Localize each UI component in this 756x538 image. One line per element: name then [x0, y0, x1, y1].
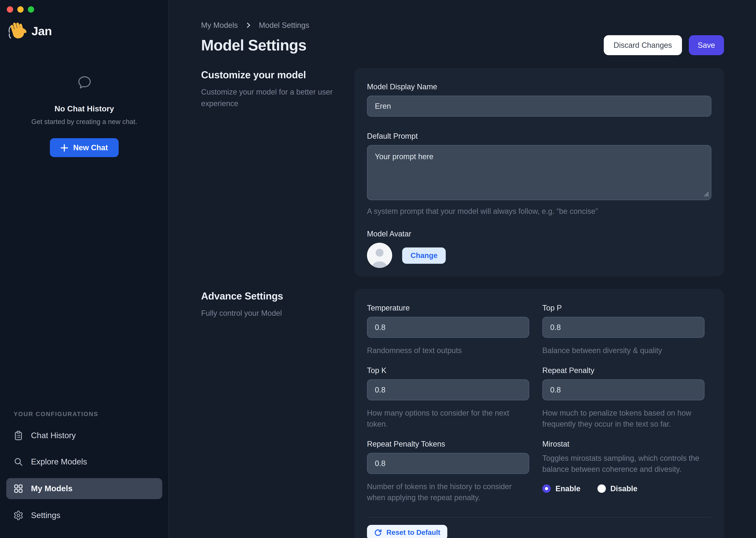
minimize-window-button[interactable]	[17, 6, 24, 13]
chevron-right-icon	[245, 22, 252, 29]
chat-empty-state: No Chat History Get started by creating …	[0, 75, 168, 157]
repeat-penalty-tokens-label: Repeat Penalty Tokens	[367, 440, 529, 448]
empty-state-subtitle: Get started by creating a new chat.	[0, 118, 168, 126]
clipboard-icon	[13, 430, 24, 441]
breadcrumb-my-models[interactable]: My Models	[201, 21, 238, 29]
sidebar-item-label: My Models	[31, 484, 72, 493]
mirostat-enable-radio[interactable]: Enable	[542, 484, 581, 493]
radio-button-icon[interactable]	[542, 484, 551, 493]
search-icon	[13, 457, 24, 467]
configurations-section-label: YOUR CONFIGURATIONS	[14, 411, 162, 417]
sidebar-item-my-models[interactable]: My Models	[6, 478, 162, 499]
empty-state-title: No Chat History	[0, 104, 168, 113]
model-display-name-input[interactable]	[367, 96, 711, 117]
top-k-label: Top K	[367, 366, 529, 375]
customize-section: Customize your model Customize your mode…	[201, 68, 724, 276]
app-name: Jan	[31, 24, 52, 38]
save-button[interactable]: Save	[689, 35, 724, 55]
top-p-helper: Balance between diversity & quality	[542, 345, 705, 356]
default-prompt-textarea[interactable]: Your prompt here	[367, 145, 711, 200]
default-prompt-helper: A system prompt that your model will alw…	[367, 206, 711, 217]
main-content: My Models Model Settings Model Settings …	[169, 0, 756, 538]
repeat-penalty-input[interactable]	[542, 379, 705, 400]
mirostat-disable-label: Disable	[610, 484, 638, 493]
sidebar-item-label: Settings	[31, 511, 60, 520]
sidebar-item-settings[interactable]: Settings	[6, 506, 162, 525]
default-prompt-label: Default Prompt	[367, 132, 711, 140]
mirostat-description: Toggles mirostats sampling, which contro…	[542, 453, 705, 475]
advance-card: Temperature Randomness of text outputs T…	[354, 289, 724, 538]
advance-section: Advance Settings Fully control your Mode…	[201, 289, 724, 538]
top-p-input[interactable]	[542, 317, 705, 338]
radio-button-icon[interactable]	[597, 484, 606, 493]
gear-icon	[13, 510, 24, 521]
close-window-button[interactable]	[7, 6, 13, 13]
temperature-helper: Randomness of text outputs	[367, 345, 529, 356]
repeat-penalty-tokens-input[interactable]	[367, 453, 529, 474]
discard-changes-button[interactable]: Discard Changes	[603, 35, 682, 55]
advance-heading: Advance Settings	[201, 291, 354, 302]
reset-to-default-label: Reset to Default	[386, 528, 440, 536]
repeat-penalty-helper: How much to penalize tokens based on how…	[542, 408, 705, 430]
repeat-penalty-tokens-helper: Number of tokens in the history to consi…	[367, 481, 529, 503]
change-avatar-button[interactable]: Change	[402, 247, 446, 264]
breadcrumb: My Models Model Settings	[201, 21, 724, 29]
top-k-helper: How many options to consider for the nex…	[367, 408, 529, 430]
window-controls	[7, 6, 34, 13]
waving-hand-icon	[7, 21, 27, 41]
refresh-icon	[374, 528, 382, 537]
sidebar-item-label: Chat History	[31, 431, 76, 440]
new-chat-button[interactable]: New Chat	[50, 138, 118, 157]
app-logo: Jan	[7, 21, 52, 41]
plus-icon	[61, 144, 69, 152]
sidebar-item-chat-history[interactable]: Chat History	[6, 426, 162, 446]
chat-bubble-icon	[76, 75, 92, 90]
top-k-input[interactable]	[367, 379, 529, 400]
mirostat-enable-label: Enable	[555, 484, 581, 493]
temperature-label: Temperature	[367, 304, 529, 312]
breadcrumb-model-settings: Model Settings	[259, 21, 309, 29]
divider	[367, 517, 711, 517]
customize-heading: Customize your model	[201, 69, 354, 81]
repeat-penalty-label: Repeat Penalty	[542, 366, 705, 375]
page-title: Model Settings	[201, 36, 307, 54]
app-window: Jan No Chat History Get started by creat…	[0, 0, 756, 538]
reset-to-default-button[interactable]: Reset to Default	[367, 525, 447, 538]
sidebar-item-label: Explore Models	[31, 457, 87, 466]
model-display-name-label: Model Display Name	[367, 82, 711, 91]
person-silhouette-icon	[367, 243, 392, 268]
model-avatar-label: Model Avatar	[367, 230, 711, 238]
grid-icon	[13, 483, 24, 494]
model-avatar-image	[367, 243, 392, 268]
maximize-window-button[interactable]	[28, 6, 34, 13]
sidebar-item-explore-models[interactable]: Explore Models	[6, 452, 162, 472]
mirostat-disable-radio[interactable]: Disable	[597, 484, 638, 493]
sidebar: Jan No Chat History Get started by creat…	[0, 0, 169, 538]
sidebar-nav: YOUR CONFIGURATIONS Chat History Expl	[6, 411, 162, 532]
advance-subheading: Fully control your Model	[201, 307, 354, 319]
top-p-label: Top P	[542, 304, 705, 312]
customize-card: Model Display Name Default Prompt Your p…	[354, 68, 724, 276]
customize-subheading: Customize your model for a better user e…	[201, 86, 354, 109]
mirostat-label: Mirostat	[542, 440, 705, 448]
new-chat-label: New Chat	[73, 143, 108, 152]
temperature-input[interactable]	[367, 317, 529, 338]
